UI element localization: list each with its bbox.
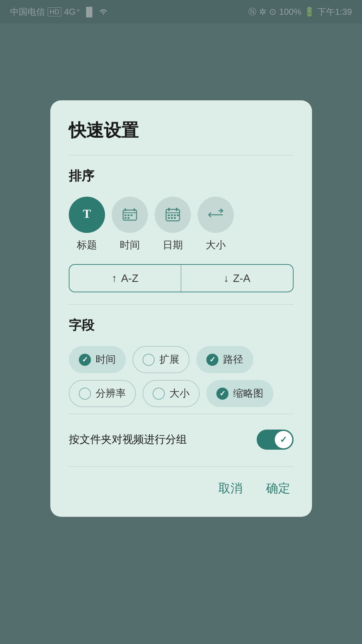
svg-rect-14 (168, 214, 170, 216)
svg-rect-20 (174, 217, 176, 219)
field-chip-thumbnail-label: 缩略图 (233, 387, 263, 400)
field-chip-size[interactable]: 大小 (143, 380, 200, 407)
field-chip-time-label: 时间 (96, 353, 116, 366)
svg-rect-3 (124, 208, 126, 211)
sort-icon-time-label: 时间 (120, 238, 140, 252)
svg-rect-18 (168, 217, 170, 219)
sort-desc-label: Z-A (233, 272, 250, 285)
field-chip-size-check (153, 388, 165, 400)
field-chip-path-label: 路径 (223, 353, 243, 366)
svg-rect-19 (171, 217, 173, 219)
sort-icon-size[interactable]: 大小 (198, 197, 234, 252)
sort-icon-time-circle (112, 197, 148, 233)
sort-icon-date[interactable]: 日期 (155, 197, 191, 252)
field-chip-resolution-label: 分辨率 (96, 387, 126, 400)
sort-divider (69, 304, 294, 305)
sort-section-label: 排序 (69, 167, 294, 185)
svg-rect-5 (124, 214, 126, 216)
group-toggle-label: 按文件夹对视频进行分组 (69, 432, 257, 447)
sort-icon-title-circle: T (69, 197, 105, 233)
sort-icon-title[interactable]: T 标题 (69, 197, 105, 252)
svg-text:T: T (83, 207, 91, 220)
sort-icons-row: T 标题 (69, 197, 294, 252)
confirm-button[interactable]: 确定 (263, 477, 294, 500)
field-chip-thumbnail-check (216, 388, 228, 400)
sort-desc-arrow: ↓ (223, 272, 229, 285)
sort-asc-label: A-Z (121, 272, 139, 285)
fields-section: 字段 时间 扩展 路径 分辨率 (69, 317, 294, 407)
cancel-button[interactable]: 取消 (215, 477, 246, 500)
sort-order-row: ↑ A-Z ↓ Z-A (69, 264, 294, 292)
field-chip-thumbnail[interactable]: 缩略图 (206, 380, 273, 407)
fields-row-2: 分辨率 大小 缩略图 (69, 380, 294, 407)
field-chip-size-label: 大小 (169, 387, 190, 400)
svg-rect-4 (134, 208, 135, 211)
fields-divider (69, 414, 294, 414)
group-toggle-row: 按文件夹对视频进行分组 (69, 426, 294, 453)
quick-settings-dialog: 快速设置 排序 T 标题 (50, 100, 312, 517)
field-chip-resolution-check (79, 388, 91, 400)
field-chip-extend-check (143, 354, 155, 366)
field-chip-resolution[interactable]: 分辨率 (69, 380, 136, 407)
sort-icon-size-circle (198, 197, 234, 233)
field-chip-time-check (79, 354, 91, 366)
svg-rect-16 (174, 214, 176, 216)
sort-asc-button[interactable]: ↑ A-Z (69, 265, 182, 292)
sort-icon-date-label: 日期 (163, 238, 183, 252)
svg-rect-9 (127, 217, 130, 219)
fields-section-label: 字段 (69, 317, 294, 334)
fields-row-1: 时间 扩展 路径 (69, 346, 294, 373)
sort-desc-button[interactable]: ↓ Z-A (181, 265, 293, 292)
sort-icon-size-label: 大小 (206, 238, 226, 252)
field-chip-path[interactable]: 路径 (196, 346, 253, 373)
field-chip-path-check (206, 354, 218, 366)
svg-rect-13 (176, 208, 177, 211)
svg-rect-12 (168, 208, 170, 211)
field-chip-extend-label: 扩展 (159, 353, 179, 366)
dialog-title: 快速设置 (69, 119, 294, 142)
group-toggle-switch[interactable] (257, 430, 294, 450)
sort-icon-date-circle (155, 197, 191, 233)
dialog-buttons: 取消 确定 (69, 474, 294, 500)
svg-rect-17 (177, 214, 179, 216)
svg-rect-7 (131, 214, 133, 216)
sort-icon-time[interactable]: 时间 (112, 197, 148, 252)
svg-rect-8 (124, 217, 126, 219)
sort-asc-arrow: ↑ (112, 272, 117, 285)
bottom-divider (69, 466, 294, 467)
dialog-overlay: 快速设置 排序 T 标题 (0, 0, 362, 644)
svg-rect-6 (127, 214, 130, 216)
svg-rect-15 (171, 214, 173, 216)
field-chip-extend[interactable]: 扩展 (133, 346, 190, 373)
field-chip-time[interactable]: 时间 (69, 346, 126, 373)
sort-icon-title-label: 标题 (77, 238, 97, 252)
title-divider (69, 155, 294, 155)
toggle-knob (275, 431, 292, 448)
